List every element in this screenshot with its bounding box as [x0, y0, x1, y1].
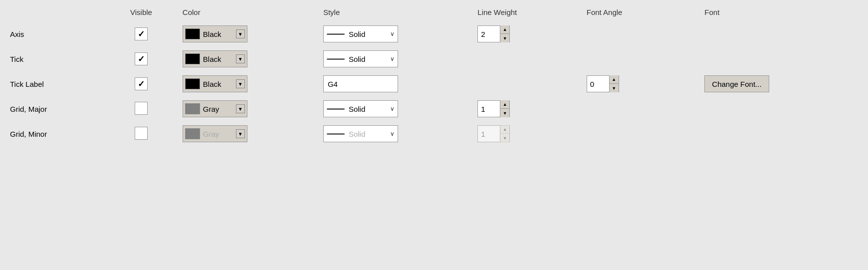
change-font-button-2[interactable]: Change Font... [704, 75, 769, 92]
fontangle-cell-0 [582, 21, 700, 46]
table-row: Grid, Minor Gray ▼ Solid ∨ [5, 121, 863, 146]
style-line-icon-4 [327, 133, 345, 135]
color-swatch-2 [185, 78, 200, 89]
color-dropdown-4[interactable]: Gray ▼ [183, 125, 247, 142]
color-dropdown-0[interactable]: Black ▼ [183, 25, 247, 42]
visible-cell-4 [105, 121, 178, 146]
style-dropdown-0[interactable]: Solid ∨ [323, 25, 398, 42]
lineweight-spinner-buttons-4: ▲ ▼ [500, 125, 509, 142]
table-row: Tick Black ▼ Solid ∨ [5, 46, 863, 71]
col-header-font: Font [699, 5, 863, 21]
font-cell-4 [699, 121, 863, 146]
color-dropdown-2[interactable]: Black ▼ [183, 75, 247, 92]
style-arrow-1: ∨ [390, 55, 395, 62]
color-cell-0: Black ▼ [178, 21, 318, 46]
style-cell-2: G4 [318, 71, 472, 96]
font-cell-3 [699, 96, 863, 121]
style-cell-4: Solid ∨ [318, 121, 472, 146]
color-dropdown-1[interactable]: Black ▼ [183, 50, 247, 67]
color-swatch-0 [185, 28, 200, 39]
fontangle-cell-1 [582, 46, 700, 71]
color-swatch-1 [185, 53, 200, 64]
color-swatch-4 [185, 128, 200, 139]
lineweight-spinner-0: ▲ ▼ [477, 25, 510, 42]
visible-checkbox-4[interactable] [135, 127, 148, 140]
row-label-2: Tick Label [5, 71, 105, 96]
col-header-fontangle: Font Angle [582, 5, 700, 21]
style-label-1: Solid [349, 55, 388, 63]
style-cell-1: Solid ∨ [318, 46, 472, 71]
color-label-4: Gray [203, 130, 235, 138]
visible-cell-1 [105, 46, 178, 71]
lineweight-down-0[interactable]: ▼ [500, 34, 509, 42]
lineweight-cell-1 [472, 46, 581, 71]
style-dropdown-1[interactable]: Solid ∨ [323, 50, 398, 67]
lineweight-up-4[interactable]: ▲ [500, 125, 509, 134]
style-line-wrap-4: Solid [327, 130, 388, 138]
color-cell-2: Black ▼ [178, 71, 318, 96]
row-label-1: Tick [5, 46, 105, 71]
visible-checkbox-1[interactable] [135, 52, 148, 65]
lineweight-input-0[interactable] [478, 26, 500, 42]
fontangle-cell-4 [582, 121, 700, 146]
style-line-icon-0 [327, 33, 345, 35]
lineweight-input-3[interactable] [478, 101, 500, 117]
fontangle-down-2[interactable]: ▼ [610, 84, 619, 92]
fontangle-input-2[interactable] [587, 76, 609, 92]
style-line-wrap-1: Solid [327, 55, 388, 63]
visible-checkbox-2[interactable] [135, 77, 148, 90]
color-arrow-1[interactable]: ▼ [236, 54, 245, 63]
color-arrow-2[interactable]: ▼ [236, 79, 245, 88]
visible-cell-3 [105, 96, 178, 121]
style-line-wrap-0: Solid [327, 30, 388, 38]
color-label-2: Black [203, 80, 235, 88]
style-label-3: Solid [349, 105, 388, 113]
lineweight-cell-4: ▲ ▼ [472, 121, 581, 146]
lineweight-down-3[interactable]: ▼ [500, 109, 509, 117]
color-arrow-0[interactable]: ▼ [236, 29, 245, 38]
style-label-4: Solid [349, 130, 388, 138]
visible-checkbox-3[interactable] [135, 102, 148, 115]
style-dropdown-3[interactable]: Solid ∨ [323, 100, 398, 117]
style-line-icon-1 [327, 58, 345, 60]
row-label-3: Grid, Major [5, 96, 105, 121]
lineweight-cell-2 [472, 71, 581, 96]
fontangle-up-2[interactable]: ▲ [610, 75, 619, 84]
color-arrow-3[interactable]: ▼ [236, 104, 245, 113]
visible-checkbox-0[interactable] [135, 27, 148, 40]
properties-table: Visible Color Style Line Weight Font Ang… [5, 5, 863, 146]
lineweight-spinner-buttons-0: ▲ ▼ [500, 25, 509, 42]
style-arrow-3: ∨ [390, 105, 395, 112]
lineweight-down-4[interactable]: ▼ [500, 134, 509, 142]
row-label-0: Axis [5, 21, 105, 46]
main-container: Visible Color Style Line Weight Font Ang… [0, 0, 868, 270]
color-cell-4: Gray ▼ [178, 121, 318, 146]
fontangle-spinner-2: ▲ ▼ [587, 75, 619, 92]
visible-cell-0 [105, 21, 178, 46]
lineweight-up-3[interactable]: ▲ [500, 100, 509, 109]
style-line-icon-3 [327, 108, 345, 110]
lineweight-input-4[interactable] [478, 126, 500, 142]
table-row: Axis Black ▼ Solid ∨ [5, 21, 863, 46]
lineweight-spinner-3: ▲ ▼ [477, 100, 510, 117]
color-swatch-3 [185, 103, 200, 114]
style-cell-3: Solid ∨ [318, 96, 472, 121]
style-cell-0: Solid ∨ [318, 21, 472, 46]
fontangle-spinner-buttons-2: ▲ ▼ [609, 75, 619, 92]
style-label-0: Solid [349, 30, 388, 38]
style-text-value-2: G4 [328, 80, 338, 88]
style-dropdown-4[interactable]: Solid ∨ [323, 125, 398, 142]
col-header-style: Style [318, 5, 472, 21]
table-row: Grid, Major Gray ▼ Solid ∨ [5, 96, 863, 121]
visible-cell-2 [105, 71, 178, 96]
font-cell-1 [699, 46, 863, 71]
color-arrow-4[interactable]: ▼ [236, 129, 245, 138]
style-text-input-2: G4 [323, 75, 398, 92]
col-header-color: Color [178, 5, 318, 21]
col-header-visible: Visible [105, 5, 178, 21]
lineweight-spinner-buttons-3: ▲ ▼ [500, 100, 509, 117]
style-arrow-0: ∨ [390, 30, 395, 37]
color-dropdown-3[interactable]: Gray ▼ [183, 100, 247, 117]
lineweight-up-0[interactable]: ▲ [500, 25, 509, 34]
style-arrow-4: ∨ [390, 130, 395, 137]
